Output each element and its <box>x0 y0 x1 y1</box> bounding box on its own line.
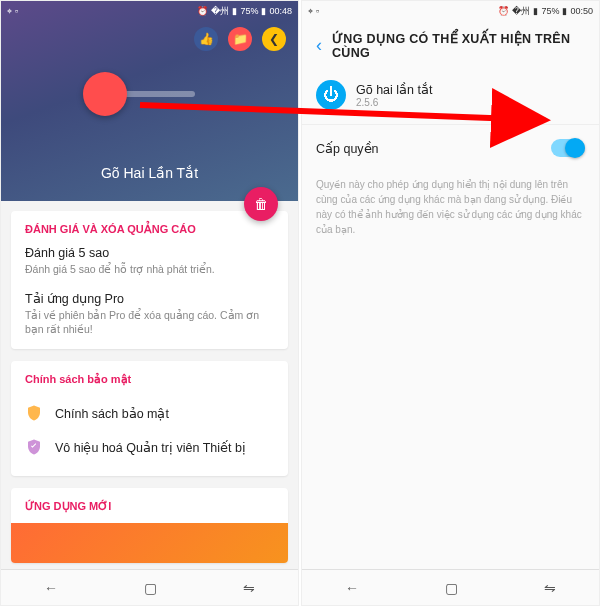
app-name: Gõ hai lần tắt <box>356 82 432 97</box>
content-scroll[interactable]: ĐÁNH GIÁ VÀ XÓA QUẢNG CÁO Đánh giá 5 sao… <box>1 201 298 569</box>
power-icon: ⏻ <box>323 86 339 104</box>
navbar-right: ← ▢ ⇋ <box>302 569 599 605</box>
signal-icon: ▮ <box>533 6 538 16</box>
share-icon: ❮ <box>269 32 279 46</box>
slider-thumb[interactable] <box>83 72 127 116</box>
nav-back[interactable]: ← <box>44 580 58 596</box>
permission-label: Cấp quyền <box>316 141 379 156</box>
folder-icon: 📁 <box>233 32 248 46</box>
permission-description: Quyền này cho phép ứng dụng hiển thị nội… <box>302 171 599 237</box>
thumb-icon: 👍 <box>199 32 214 46</box>
shield-icon <box>25 404 43 422</box>
disable-admin-row[interactable]: Vô hiệu hoá Quản trị viên Thiết bị <box>25 430 274 464</box>
page-title: ỨNG DỤNG CÓ THỂ XUẤT HIỆN TRÊN CÙNG <box>332 31 585 60</box>
rate-5-star[interactable]: Đánh giá 5 sao <box>25 246 274 260</box>
new-apps-image[interactable] <box>11 523 288 563</box>
sim-icon: ▫ <box>15 6 18 16</box>
card-privacy: Chính sách bảo mật Chính sách bảo mật Vô… <box>11 361 288 476</box>
privacy-policy-row[interactable]: Chính sách bảo mật <box>25 396 274 430</box>
alarm-icon: ⏰ <box>197 6 208 16</box>
location-icon: ⌖ <box>7 6 12 17</box>
statusbar-right: ⌖ ▫ ⏰ �州 ▮ 75% ▮ 00:50 <box>302 1 599 21</box>
back-button[interactable]: ‹ <box>316 35 322 56</box>
battery-icon: ▮ <box>562 6 567 16</box>
battery-label: 75% <box>541 6 559 16</box>
trash-icon: 🗑 <box>254 196 268 212</box>
folder-button[interactable]: 📁 <box>228 27 252 51</box>
nav-home[interactable]: ▢ <box>445 580 458 596</box>
navbar-left: ← ▢ ⇋ <box>1 569 298 605</box>
settings-header: ‹ ỨNG DỤNG CÓ THỂ XUẤT HIỆN TRÊN CÙNG <box>302 21 599 74</box>
hero-banner: 👍 📁 ❮ Gõ Hai Lần Tắt <box>1 1 298 201</box>
wifi-icon: �州 <box>211 5 229 18</box>
clock-left: 00:48 <box>269 6 292 16</box>
rate-5-star-sub: Đánh giá 5 sao để hỗ trợ nhà phát triển. <box>25 262 274 277</box>
nav-home[interactable]: ▢ <box>144 580 157 596</box>
disable-admin-label: Vô hiệu hoá Quản trị viên Thiết bị <box>55 440 246 455</box>
permission-toggle[interactable] <box>551 139 585 157</box>
card-new-apps: ỨNG DỤNG MỚI <box>11 488 288 563</box>
delete-fab[interactable]: 🗑 <box>244 187 278 221</box>
app-power-icon: ⏻ <box>316 80 346 110</box>
sim-icon: ▫ <box>316 6 319 16</box>
download-pro-sub: Tải về phiên bản Pro để xóa quảng cáo. C… <box>25 308 274 337</box>
download-pro[interactable]: Tải ứng dụng Pro <box>25 291 274 306</box>
slider[interactable] <box>105 91 195 97</box>
nav-recent[interactable]: ⇋ <box>544 580 556 596</box>
battery-icon: ▮ <box>261 6 266 16</box>
like-button[interactable]: 👍 <box>194 27 218 51</box>
app-version: 2.5.6 <box>356 97 432 108</box>
battery-label: 75% <box>240 6 258 16</box>
app-info-row: ⏻ Gõ hai lần tắt 2.5.6 <box>302 74 599 124</box>
privacy-policy-label: Chính sách bảo mật <box>55 406 169 421</box>
section-title-privacy: Chính sách bảo mật <box>25 373 274 386</box>
card-rating: ĐÁNH GIÁ VÀ XÓA QUẢNG CÁO Đánh giá 5 sao… <box>11 211 288 349</box>
signal-icon: ▮ <box>232 6 237 16</box>
clock-right: 00:50 <box>570 6 593 16</box>
phone-right: ⌖ ▫ ⏰ �州 ▮ 75% ▮ 00:50 ‹ ỨNG DỤNG CÓ THỂ… <box>301 0 600 606</box>
nav-recent[interactable]: ⇋ <box>243 580 255 596</box>
share-button[interactable]: ❮ <box>262 27 286 51</box>
right-content: ‹ ỨNG DỤNG CÓ THỂ XUẤT HIỆN TRÊN CÙNG ⏻ … <box>302 1 599 569</box>
check-shield-icon <box>25 438 43 456</box>
location-icon: ⌖ <box>308 6 313 17</box>
wifi-icon: �州 <box>512 5 530 18</box>
statusbar-left: ⌖ ▫ ⏰ �州 ▮ 75% ▮ 00:48 <box>1 1 298 21</box>
nav-back[interactable]: ← <box>345 580 359 596</box>
phone-left: ⌖ ▫ ⏰ �州 ▮ 75% ▮ 00:48 👍 📁 ❮ Gõ Ha <box>0 0 299 606</box>
section-title-rating: ĐÁNH GIÁ VÀ XÓA QUẢNG CÁO <box>25 223 274 236</box>
section-title-new: ỨNG DỤNG MỚI <box>25 500 274 513</box>
permission-row: Cấp quyền <box>302 124 599 171</box>
alarm-icon: ⏰ <box>498 6 509 16</box>
hero-title: Gõ Hai Lần Tắt <box>1 165 298 181</box>
